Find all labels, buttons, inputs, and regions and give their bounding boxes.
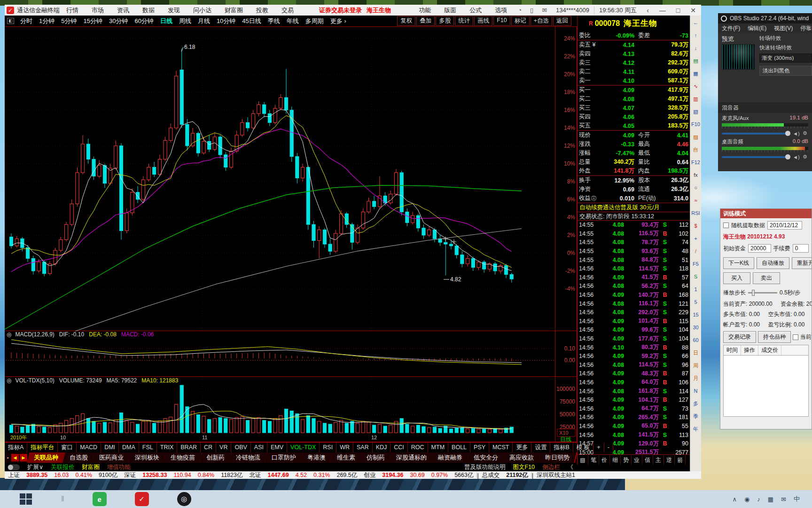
status-segment[interactable]: 16.03 xyxy=(51,472,72,478)
buy-row[interactable]: 买三 4.07 328.5万 xyxy=(578,103,690,112)
indicator-item[interactable]: RSI xyxy=(320,443,336,452)
pencil-icon[interactable]: / xyxy=(691,245,701,258)
period-item[interactable]: 1分钟 xyxy=(36,17,58,25)
tabs-scroll-right[interactable]: ▶ xyxy=(20,454,27,461)
buy-row[interactable]: 买二 4.08 497.1万 xyxy=(578,95,690,103)
period-item[interactable]: 年线 xyxy=(283,17,302,25)
period-item[interactable]: 季线 xyxy=(265,17,283,25)
extension-right-item[interactable]: 侧边栏 xyxy=(539,463,564,471)
trainer-table-col[interactable]: 时间 xyxy=(724,345,741,355)
sell-row[interactable]: 卖五 ¥ 4.14 79.3万 xyxy=(578,40,690,49)
indicator-item[interactable]: ASI xyxy=(251,443,267,452)
buy-button[interactable]: 买入 xyxy=(723,272,750,284)
quote-toggle[interactable] xyxy=(8,464,20,470)
indicator-item[interactable]: DMI xyxy=(101,443,119,452)
rsi-icon[interactable]: RSI xyxy=(691,207,701,220)
indicator-item[interactable]: BRAR xyxy=(177,443,201,452)
obs-menu-item[interactable]: 视图(V) xyxy=(770,24,796,32)
obs-preview-thumbnail[interactable] xyxy=(722,44,755,70)
grid-quote-icon[interactable]: ▦ xyxy=(691,67,701,80)
status-segment[interactable]: 3194.36 xyxy=(379,472,406,478)
buy-row[interactable]: 买四 4.06 205.8万 xyxy=(578,112,690,121)
sector-tab[interactable]: 关联品种 xyxy=(27,452,66,463)
down-icon[interactable]: ↓ xyxy=(691,42,701,55)
status-segment[interactable]: 总成交 xyxy=(479,471,503,479)
indicator-item[interactable]: MCST xyxy=(489,443,513,452)
taskbar-tdx-icon[interactable]: ✓ xyxy=(135,492,149,506)
collapse-window-button[interactable]: ‹ xyxy=(641,7,654,14)
pin-icon[interactable]: ▪ xyxy=(5,455,11,460)
obs-menu-item[interactable]: 文件(F) xyxy=(718,24,744,32)
period-item[interactable]: 多周期 xyxy=(302,17,327,25)
sector-tab[interactable]: 粤港澳 xyxy=(300,452,333,463)
quote-footer-tab[interactable]: 值 xyxy=(642,455,653,465)
indicator-item[interactable]: PSY xyxy=(470,443,489,452)
indicator-item[interactable]: OBV xyxy=(231,443,250,452)
trainer-titlebar[interactable]: 训练模式 xyxy=(720,209,812,218)
collapse-icon[interactable]: ◎ xyxy=(7,331,11,338)
period-5-icon[interactable]: 5 xyxy=(691,296,701,309)
period-item[interactable]: 60分钟 xyxy=(131,17,156,25)
step-slider[interactable] xyxy=(748,292,777,294)
up-icon[interactable]: ↑ xyxy=(691,29,701,42)
menu-item[interactable]: 行情 xyxy=(60,6,85,15)
status-segment[interactable]: 9100亿 xyxy=(95,471,121,479)
news-icon[interactable]: ▧ xyxy=(691,105,701,118)
tab-positions[interactable]: 持仓品种 xyxy=(758,331,791,343)
quote-footer-tab[interactable]: 笔 xyxy=(588,455,599,465)
status-segment[interactable]: 0.97% xyxy=(428,472,451,478)
indicator-item[interactable]: 更多 xyxy=(513,443,531,452)
menu-item[interactable]: 选项 xyxy=(488,6,514,15)
quote-footer-tab[interactable]: 势 xyxy=(621,455,632,465)
quote-footer-tab[interactable]: 细 xyxy=(610,455,621,465)
quote-footer-tab[interactable]: 逆 xyxy=(664,455,675,465)
tray-ime-icon[interactable]: 中 xyxy=(794,495,800,503)
gear-icon[interactable]: ⚙ xyxy=(802,130,808,136)
sector-tab[interactable]: 昨日弱势 xyxy=(538,452,577,463)
zixuan-icon[interactable]: 自 xyxy=(691,143,701,156)
mail-icon[interactable]: ✉ xyxy=(538,7,551,14)
quote-footer-tab[interactable]: 主 xyxy=(653,455,664,465)
formula-icon[interactable]: fx xyxy=(691,169,701,182)
chart-tool-button[interactable]: 画线 xyxy=(474,16,492,26)
obs-titlebar[interactable]: OBS Studio 27.2.4 (64-bit, wind xyxy=(718,13,812,24)
quote-footer-tab[interactable]: 箭 xyxy=(675,455,686,465)
menu-item[interactable]: 市场 xyxy=(85,6,110,15)
indicator-item[interactable]: CCI xyxy=(390,443,408,452)
menu-item[interactable]: 公式 xyxy=(463,6,488,15)
chart-tool-button[interactable]: 复权 xyxy=(397,16,415,26)
sector-tab[interactable]: 融资融券 xyxy=(431,452,470,463)
chart-tool-button[interactable]: 叠加 xyxy=(416,16,435,26)
status-segment[interactable]: 13258.33 xyxy=(139,472,170,478)
buy-row[interactable]: 买五 4.05 183.5万 xyxy=(578,121,690,130)
speaker-icon[interactable]: ◄) xyxy=(793,154,799,160)
status-segment[interactable]: 21192亿 xyxy=(503,471,531,479)
menu-item[interactable]: 投教 xyxy=(250,6,275,15)
trainer-table-col[interactable]: 成交价 xyxy=(758,345,781,355)
tray-volume-icon[interactable]: ♪ xyxy=(757,496,760,503)
sell-row[interactable]: 卖一 4.10 587.1万 xyxy=(578,76,690,85)
menu-item[interactable]: 财富圈 xyxy=(218,6,250,15)
next-kline-button[interactable]: 下一K线 xyxy=(723,257,754,269)
menu-item[interactable]: 问小达 xyxy=(187,6,218,15)
start-button[interactable] xyxy=(19,493,33,505)
status-segment[interactable]: 创业 xyxy=(360,471,379,479)
obs-mic-slider[interactable] xyxy=(722,133,790,135)
chart-tool-button[interactable]: 多股 xyxy=(436,16,454,26)
quote-footer-tab[interactable]: 业 xyxy=(632,455,642,465)
menu-item[interactable]: 发现 xyxy=(161,6,187,15)
taskbar-browser-icon[interactable]: e xyxy=(93,492,107,506)
menu-item[interactable]: 版面 xyxy=(437,6,463,15)
sector-tab[interactable]: 深圳板块 xyxy=(128,452,167,463)
wave-icon[interactable]: ≈ xyxy=(691,194,701,207)
sector-tab[interactable]: 冷链物流 xyxy=(229,452,268,463)
period-item[interactable]: 15分钟 xyxy=(80,17,105,25)
period-item[interactable]: 日线 xyxy=(157,17,176,25)
trend-line-icon[interactable]: ∿ xyxy=(691,80,701,93)
status-segment[interactable]: 3889.35 xyxy=(23,472,51,478)
menu-item[interactable]: 交易 xyxy=(275,6,300,15)
circle-icon[interactable]: ○ xyxy=(691,182,701,194)
indicator-right-item[interactable]: + xyxy=(593,443,604,452)
autoplay-button[interactable]: 自动播放 xyxy=(757,257,789,269)
indicator-item[interactable]: MACD xyxy=(77,443,101,452)
